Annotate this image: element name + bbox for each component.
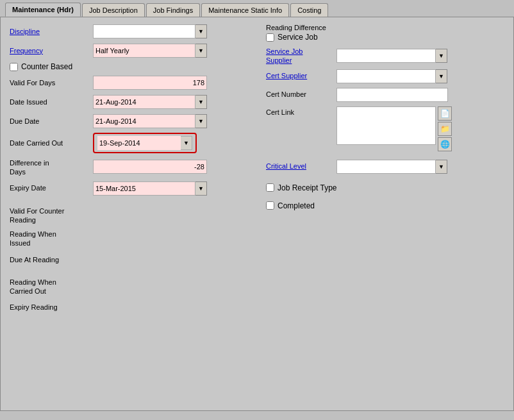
frequency-input[interactable] xyxy=(93,44,195,58)
service-job-row: Service Job xyxy=(266,33,504,42)
job-receipt-type-label: Job Receipt Type xyxy=(278,183,337,192)
tab-maintenance-static-label: Maintenance Static Info xyxy=(208,6,282,14)
critical-level-dropdown-btn[interactable]: ▼ xyxy=(436,160,447,174)
main-content: Discipline ▼ Frequency ▼ Counter Based xyxy=(0,17,514,411)
tab-job-findings-label: Job Findings xyxy=(153,6,193,14)
discipline-input[interactable] xyxy=(93,24,195,38)
date-carried-out-highlight: ▼ xyxy=(93,133,197,153)
cert-supplier-row: Cert Supplier ▼ xyxy=(266,69,504,83)
right-column: Reading Difference Service Job Service J… xyxy=(266,24,504,319)
date-issued-field-group: ▼ xyxy=(93,95,207,109)
expiry-date-field-group: ▼ xyxy=(93,181,207,196)
valid-for-days-row: Valid For Days xyxy=(10,75,253,90)
diff-days-row: Difference in Days xyxy=(10,157,253,177)
date-issued-input[interactable] xyxy=(93,95,195,109)
service-job-label: Service Job xyxy=(278,33,318,42)
expiry-reading-label: Expiry Reading xyxy=(10,303,93,312)
valid-for-days-input[interactable] xyxy=(93,76,207,90)
date-carried-out-label: Date Carried Out xyxy=(10,139,93,147)
discipline-label[interactable]: Discipline xyxy=(10,27,93,36)
expiry-date-dropdown-btn[interactable]: ▼ xyxy=(195,181,207,196)
diff-days-label: Difference in Days xyxy=(10,157,93,177)
job-receipt-type-row: Job Receipt Type xyxy=(266,183,504,192)
completed-label: Completed xyxy=(278,201,315,210)
frequency-field-group: ▼ xyxy=(93,44,207,58)
completed-checkbox[interactable] xyxy=(266,201,274,210)
service-job-supplier-label[interactable]: Service Job Supplier xyxy=(266,47,336,65)
date-carried-out-dropdown-btn[interactable]: ▼ xyxy=(181,136,192,150)
tab-maintenance-hdr[interactable]: Maintenance (Hdr) xyxy=(5,3,81,17)
frequency-row: Frequency ▼ xyxy=(10,43,253,58)
cert-supplier-input[interactable] xyxy=(336,69,436,83)
frequency-dropdown-btn[interactable]: ▼ xyxy=(195,44,207,58)
service-job-supplier-dropdown-btn[interactable]: ▼ xyxy=(436,49,447,63)
date-issued-row: Date Issued ▼ xyxy=(10,94,253,110)
cert-link-area: 📄 📁 🌐 xyxy=(336,106,452,151)
due-date-label: Due Date xyxy=(10,117,93,126)
cert-link-textarea[interactable] xyxy=(336,106,436,145)
cert-supplier-label[interactable]: Cert Supplier xyxy=(266,71,336,80)
cert-number-row: Cert Number xyxy=(266,87,504,103)
valid-for-counter-row: Valid For Counter Reading xyxy=(10,205,253,225)
tab-maintenance-hdr-label: Maintenance (Hdr) xyxy=(12,6,74,13)
counter-based-row: Counter Based xyxy=(10,62,253,71)
service-job-supplier-field-group: ▼ xyxy=(336,49,447,63)
service-job-supplier-input[interactable] xyxy=(336,49,436,63)
reading-when-carried-row: Reading When Carried Out xyxy=(10,276,253,296)
due-date-input[interactable] xyxy=(93,114,195,128)
diff-days-input[interactable] xyxy=(93,160,207,174)
valid-for-counter-label: Valid For Counter Reading xyxy=(10,205,93,225)
cert-supplier-dropdown-btn[interactable]: ▼ xyxy=(436,69,447,83)
cert-link-folder-icon[interactable]: 📁 xyxy=(438,122,452,136)
tab-job-description[interactable]: Job Description xyxy=(82,3,145,17)
counter-based-label: Counter Based xyxy=(21,62,72,71)
reading-diff-section: Reading Difference Service Job xyxy=(266,24,504,42)
tab-costing-label: Costing xyxy=(297,6,321,14)
counter-based-checkbox[interactable] xyxy=(10,63,18,71)
service-job-supplier-row: Service Job Supplier ▼ xyxy=(266,47,504,65)
cert-link-label: Cert Link xyxy=(266,106,336,117)
date-issued-dropdown-btn[interactable]: ▼ xyxy=(195,95,207,109)
cert-link-icons: 📄 📁 🌐 xyxy=(438,106,452,151)
discipline-row: Discipline ▼ xyxy=(10,24,253,39)
due-at-reading-row: Due At Reading xyxy=(10,252,253,267)
cert-number-label: Cert Number xyxy=(266,90,336,99)
tab-job-description-label: Job Description xyxy=(89,6,138,14)
date-carried-out-input[interactable] xyxy=(97,136,181,150)
expiry-reading-row: Expiry Reading xyxy=(10,299,253,315)
due-at-reading-label: Due At Reading xyxy=(10,255,93,264)
tab-costing[interactable]: Costing xyxy=(290,3,328,17)
critical-level-field-group: ▼ xyxy=(336,160,447,174)
date-carried-out-row: Date Carried Out ▼ xyxy=(10,133,253,153)
cert-number-input[interactable] xyxy=(336,88,448,102)
reading-when-carried-label: Reading When Carried Out xyxy=(10,276,93,296)
due-date-row: Due Date ▼ xyxy=(10,113,253,129)
valid-for-days-label: Valid For Days xyxy=(10,78,93,87)
service-job-checkbox[interactable] xyxy=(266,33,274,42)
due-date-field-group: ▼ xyxy=(93,114,207,128)
tab-bar: Maintenance (Hdr) Job Description Job Fi… xyxy=(0,0,514,17)
reading-when-issued-label: Reading When Issued xyxy=(10,228,93,248)
left-column: Discipline ▼ Frequency ▼ Counter Based xyxy=(10,24,253,319)
expiry-date-row: Expiry Date ▼ xyxy=(10,181,253,196)
cert-link-row: Cert Link 📄 📁 🌐 xyxy=(266,106,504,155)
reading-when-issued-row: Reading When Issued xyxy=(10,228,253,248)
critical-level-label[interactable]: Critical Level xyxy=(266,162,336,171)
due-date-dropdown-btn[interactable]: ▼ xyxy=(195,114,207,128)
completed-row: Completed xyxy=(266,201,504,210)
discipline-field-group: ▼ xyxy=(93,24,207,38)
critical-level-row: Critical Level ▼ xyxy=(266,159,504,174)
cert-link-globe-icon[interactable]: 🌐 xyxy=(438,137,452,151)
discipline-dropdown-btn[interactable]: ▼ xyxy=(195,24,207,38)
date-issued-label: Date Issued xyxy=(10,97,93,106)
frequency-label[interactable]: Frequency xyxy=(10,46,93,55)
tab-maintenance-static[interactable]: Maintenance Static Info xyxy=(201,3,289,17)
job-receipt-type-checkbox[interactable] xyxy=(266,183,274,192)
expiry-date-label: Expiry Date xyxy=(10,183,93,192)
reading-difference-label: Reading Difference xyxy=(266,24,504,31)
expiry-date-input[interactable] xyxy=(93,181,195,196)
cert-link-file-icon[interactable]: 📄 xyxy=(438,106,452,121)
critical-level-input[interactable] xyxy=(336,160,436,174)
tab-job-findings[interactable]: Job Findings xyxy=(146,3,200,17)
cert-supplier-field-group: ▼ xyxy=(336,69,447,83)
